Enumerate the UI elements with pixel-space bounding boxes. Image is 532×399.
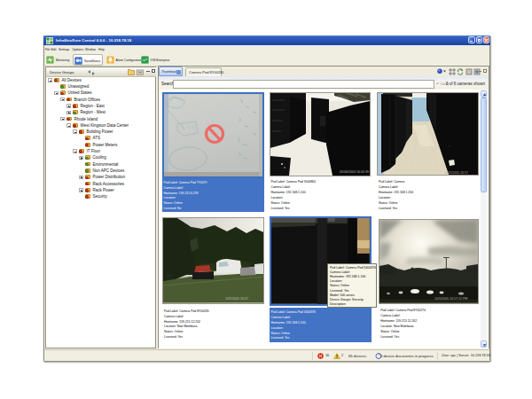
- svg-text:10/5/2005 16:57: 10/5/2005 16:57: [225, 297, 248, 301]
- svg-text:10/5/2005 16:57: 10/5/2005 16:57: [445, 171, 468, 175]
- svg-text:10/5/2005 16:57:12 PM: 10/5/2005 16:57:12 PM: [434, 297, 467, 301]
- svg-text:05/06/2003 16:05:39: 05/06/2003 16:05:39: [340, 170, 369, 174]
